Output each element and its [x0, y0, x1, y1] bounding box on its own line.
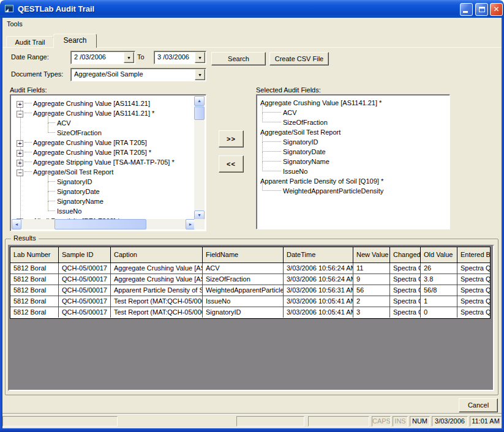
- results-cell: Spectra Q: [457, 263, 490, 274]
- tree-item[interactable]: ACV: [12, 118, 195, 128]
- tree-item-label: SignatoryName: [57, 198, 103, 205]
- column-header: FieldName: [203, 247, 284, 263]
- results-cell: 5812 Boral: [10, 307, 59, 318]
- tab-search[interactable]: Search: [53, 34, 97, 48]
- selected-field-item[interactable]: SizeOfFraction: [258, 117, 449, 127]
- vertical-scrollbar[interactable]: ▲ ▼: [194, 96, 205, 220]
- document-types-combo[interactable]: Aggregate/Soil Sample ▼: [70, 68, 206, 81]
- tree-item[interactable]: SignatoryDate: [12, 187, 195, 196]
- selected-field-item[interactable]: SignatoryDate: [258, 147, 449, 157]
- expand-icon[interactable]: +: [17, 150, 23, 157]
- results-cell: Spectra Q: [457, 307, 490, 318]
- date-to-value: 3 /03/2006: [157, 51, 194, 64]
- date-from-value: 2 /03/2006: [74, 51, 122, 64]
- tree-connector: [48, 113, 55, 123]
- column-header: Lab Number: [10, 247, 59, 263]
- audit-fields-label: Audit Fields:: [10, 86, 47, 94]
- dropdown-arrow-icon[interactable]: ▼: [124, 52, 134, 63]
- results-cell: 1: [421, 296, 457, 307]
- title-bar: QESTLab Audit Trail ✕: [0, 0, 504, 18]
- tree-item-label: Aggregate/Soil Test Report: [33, 168, 113, 176]
- tree-connector: [24, 142, 32, 143]
- close-button[interactable]: ✕: [490, 3, 503, 16]
- tree-item[interactable]: SignatoryName: [12, 196, 195, 206]
- tree-connector: [262, 162, 281, 171]
- maximize-button[interactable]: [475, 3, 488, 16]
- scroll-up-icon[interactable]: ▲: [194, 96, 205, 106]
- tree-item-label: SignatoryID: [57, 178, 92, 185]
- maximize-icon: [479, 7, 485, 12]
- scrollbar-thumb[interactable]: [55, 219, 146, 229]
- results-cell: Spectra Q: [390, 285, 421, 296]
- scroll-left-icon[interactable]: ◄: [12, 219, 21, 229]
- add-field-button[interactable]: >>: [219, 130, 244, 147]
- results-cell: Spectra Q: [457, 285, 490, 296]
- tree-item[interactable]: −Aggregate Crushing Value [AS1141.21] *: [12, 108, 195, 118]
- tree-connector: [24, 103, 32, 103]
- column-header: Entered B: [457, 247, 490, 263]
- selected-field-item[interactable]: WeightedApparentParticleDensity: [258, 186, 449, 196]
- selected-audit-fields-list[interactable]: Aggregate Crushing Value [AS1141.21] *AC…: [256, 94, 450, 229]
- column-header: Old Value: [421, 247, 457, 263]
- results-row[interactable]: 5812 BoralQCH-05/00017Aggregate Crushing…: [10, 274, 490, 285]
- column-header: Changed: [390, 247, 421, 263]
- status-bar: CAPS INS NUM 3/03/2006 11:01 AM: [2, 415, 502, 428]
- tree-item[interactable]: +Aggregate Crushing Value [RTA T205]: [12, 138, 195, 147]
- results-cell: 3/03/2006 10:56:24 AM: [284, 274, 353, 285]
- tree-item[interactable]: IssueNo: [12, 206, 195, 216]
- menu-tools[interactable]: Tools: [2, 18, 27, 30]
- expand-icon[interactable]: +: [17, 160, 23, 166]
- results-row[interactable]: 5812 BoralQCH-05/00017Apparent Particle …: [10, 285, 490, 296]
- tab-audit-trail[interactable]: Audit Trail: [6, 36, 54, 48]
- tree-item[interactable]: SignatoryID: [12, 177, 195, 187]
- remove-field-button[interactable]: <<: [219, 155, 244, 173]
- tree-connector: [48, 201, 55, 211]
- tree-connector: [24, 113, 32, 113]
- collapse-icon[interactable]: −: [17, 169, 23, 176]
- date-to-combo[interactable]: 3 /03/2006 ▼: [154, 51, 206, 64]
- tree-item-label: SizeOfFraction: [57, 129, 102, 136]
- dropdown-arrow-icon[interactable]: ▼: [195, 69, 205, 80]
- tree-item[interactable]: −Aggregate/Soil Test Report: [12, 167, 195, 177]
- expand-icon[interactable]: +: [17, 101, 23, 108]
- selected-field-item[interactable]: Aggregate Crushing Value [AS1141.21] *: [258, 98, 449, 108]
- tree-connector: [24, 152, 32, 152]
- selected-field-label: IssueNo: [283, 168, 307, 175]
- results-cell: 5812 Boral: [10, 296, 59, 307]
- search-button[interactable]: Search: [211, 52, 266, 65]
- audit-fields-tree[interactable]: +Aggregate Crushing Value [AS1141.21]−Ag…: [10, 94, 206, 231]
- date-from-combo[interactable]: 2 /03/2006 ▼: [70, 51, 135, 64]
- results-row[interactable]: 5812 BoralQCH-05/00017Test Report (MAT:Q…: [10, 296, 490, 307]
- tree-item[interactable]: +Aggregate Crushing Value [AS1141.21]: [12, 99, 195, 108]
- window-border: [502, 17, 504, 432]
- selected-field-item[interactable]: IssueNo: [258, 166, 449, 176]
- collapse-icon[interactable]: −: [17, 111, 23, 117]
- tree-item[interactable]: +Aggregate Stripping Value [TSA-MAT-TP-7…: [12, 157, 195, 167]
- selected-field-item[interactable]: ACV: [258, 108, 449, 117]
- results-row[interactable]: 5812 BoralQCH-05/00017Test Report (MAT:Q…: [10, 307, 490, 318]
- results-row[interactable]: 5812 BoralQCH-05/00017Aggregate Crushing…: [10, 263, 490, 274]
- selected-field-item[interactable]: SignatoryName: [258, 157, 449, 166]
- selected-field-item[interactable]: Aggregate/Soil Test Report: [258, 127, 449, 137]
- selected-field-item[interactable]: Apparent Particle Density of Soil [Q109]…: [258, 176, 449, 186]
- results-group-label: Results: [11, 234, 39, 242]
- tree-item[interactable]: +Aggregate Crushing Value [RTA T205] *: [12, 147, 195, 157]
- menu-bar: Tools: [2, 18, 502, 30]
- results-cell: 5812 Boral: [10, 263, 59, 274]
- horizontal-scrollbar[interactable]: ◄ ►: [12, 219, 195, 229]
- expand-icon[interactable]: +: [17, 140, 23, 147]
- results-cell: QCH-05/00017: [59, 307, 111, 318]
- num-lock-indicator: NUM: [410, 416, 430, 426]
- tree-connector: [262, 181, 281, 191]
- tree-item[interactable]: SizeOfFraction: [12, 128, 195, 138]
- create-csv-button[interactable]: Create CSV File: [269, 52, 329, 65]
- cancel-button[interactable]: Cancel: [459, 398, 498, 412]
- results-cell: 26: [421, 263, 457, 274]
- document-types-label: Document Types:: [11, 70, 63, 78]
- selected-field-item[interactable]: SignatoryID: [258, 137, 449, 147]
- scrollbar-thumb[interactable]: [194, 106, 205, 120]
- tree-connector: [48, 172, 55, 182]
- minimize-icon: [463, 11, 468, 13]
- dropdown-arrow-icon[interactable]: ▼: [195, 52, 205, 63]
- minimize-button[interactable]: [460, 3, 473, 16]
